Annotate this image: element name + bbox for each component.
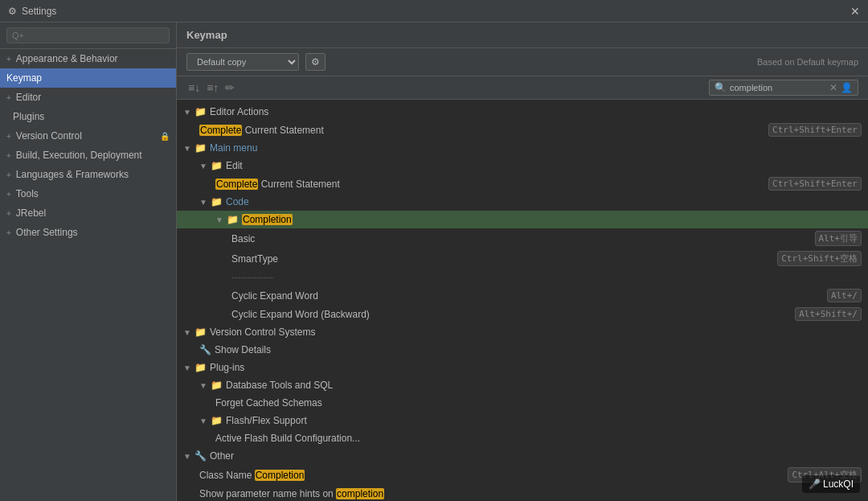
sidebar-item-languages[interactable]: + Languages & Frameworks	[0, 165, 176, 184]
folder-icon-edit: 📁	[211, 160, 223, 171]
search-person-button[interactable]: 👤	[841, 82, 853, 93]
folder-icon-plug-ins: 📁	[194, 362, 207, 373]
sidebar-item-keymap[interactable]: Keymap	[0, 68, 176, 88]
settings-icon: ⚙	[8, 6, 17, 17]
expand-icon: +	[6, 209, 11, 218]
tree-label-complete-1: Complete Current Statement	[199, 125, 768, 136]
tree-item-smarttype[interactable]: SmartType Ctrl+Shift+空格	[177, 248, 868, 269]
sidebar: + Appearance & Behavior Keymap + Editor …	[0, 23, 177, 501]
sidebar-item-label: Build, Execution, Deployment	[16, 150, 142, 161]
tree-label-other: Other	[210, 450, 862, 462]
tree-item-edit[interactable]: ▼ 📁 Edit	[177, 157, 868, 175]
expand-icon: +	[6, 132, 11, 141]
expand-icon: +	[6, 93, 11, 102]
keymap-select[interactable]: Default copy	[186, 53, 299, 71]
close-button[interactable]: ✕	[850, 5, 860, 18]
arrow-completion: ▼	[215, 216, 223, 224]
tree-label-edit: Edit	[226, 160, 862, 171]
watermark: 🎤 LuckQI	[802, 475, 860, 493]
sidebar-item-label: Languages & Frameworks	[16, 169, 129, 180]
sidebar-item-label: Plugins	[13, 111, 44, 122]
tree-item-basic[interactable]: Basic Alt+引导	[177, 228, 868, 248]
tree-label-database-tools: Database Tools and SQL	[226, 380, 862, 391]
highlight-class-completion: Completion	[255, 470, 305, 481]
sidebar-item-label: Appearance & Behavior	[16, 53, 118, 64]
arrow-vcs: ▼	[183, 328, 191, 337]
folder-icon-code: 📁	[211, 196, 223, 207]
tree-item-class-name-completion[interactable]: Class Name Completion Ctrl+Alt+空格	[177, 465, 868, 485]
tree-label-code: Code	[226, 196, 862, 207]
arrow-other: ▼	[183, 452, 191, 461]
expand-icon: +	[6, 151, 11, 160]
sidebar-search-box	[0, 23, 176, 49]
keymap-header: Keymap	[177, 23, 868, 48]
folder-icon-database-tools: 📁	[211, 380, 223, 391]
tree-item-editor-actions[interactable]: ▼ 📁 Editor Actions	[177, 103, 868, 121]
tree-item-database-tools[interactable]: ▼ 📁 Database Tools and SQL	[177, 376, 868, 394]
sidebar-item-plugins[interactable]: Plugins	[0, 107, 176, 126]
sidebar-item-label: JRebel	[16, 207, 46, 219]
sidebar-item-tools[interactable]: + Tools	[0, 184, 176, 203]
tree-item-complete-current-2[interactable]: Complete Current Statement Ctrl+Shift+En…	[177, 175, 868, 193]
folder-icon-flash-flex: 📁	[211, 415, 223, 426]
tree-item-plug-ins[interactable]: ▼ 📁 Plug-ins	[177, 359, 868, 376]
arrow-editor-actions: ▼	[183, 108, 191, 117]
sidebar-item-version-control[interactable]: + Version Control 🔒	[0, 126, 176, 146]
sidebar-item-label: Editor	[16, 92, 41, 103]
tree-item-cyclic-expand-backward[interactable]: Cyclic Expand Word (Backward) Alt+Shift+…	[177, 305, 868, 323]
folder-icon-other: 🔧	[194, 450, 207, 462]
tree-item-separator: -------------	[177, 269, 868, 286]
tree-item-code[interactable]: ▼ 📁 Code	[177, 193, 868, 211]
tree-label-cyclic-expand: Cyclic Expand Word	[231, 290, 827, 302]
expand-icon: +	[6, 170, 11, 179]
tree-label-completion: Completion	[242, 214, 862, 225]
filter-search-input[interactable]	[730, 83, 826, 92]
sidebar-item-other-settings[interactable]: + Other Settings	[0, 223, 176, 242]
tree-label-plug-ins: Plug-ins	[210, 362, 862, 373]
filter-search-box: 🔍 ✕ 👤	[709, 80, 858, 96]
tree-item-vcs[interactable]: ▼ 📁 Version Control Systems	[177, 323, 868, 341]
highlight-complete-2: Complete	[215, 179, 258, 190]
sidebar-item-build[interactable]: + Build, Execution, Deployment	[0, 146, 176, 165]
sidebar-item-editor[interactable]: + Editor	[0, 88, 176, 107]
filter-icons: ≡↓ ≡↑ ✏	[186, 80, 236, 96]
tree-label-cyclic-expand-backward: Cyclic Expand Word (Backward)	[231, 309, 795, 320]
shortcut-cyclic-expand: Alt+/	[827, 289, 862, 302]
expand-all-button[interactable]: ≡↓	[186, 80, 202, 96]
tree-item-complete-current-1[interactable]: Complete Current Statement Ctrl+Shift+En…	[177, 121, 868, 139]
sidebar-item-label: Version Control	[16, 130, 82, 142]
title-bar: ⚙ Settings ✕	[0, 0, 868, 23]
folder-icon-completion: 📁	[227, 214, 239, 225]
tree-item-flash-flex[interactable]: ▼ 📁 Flash/Flex Support	[177, 412, 868, 429]
tree-item-show-details[interactable]: 🔧 Show Details	[177, 341, 868, 359]
keymap-gear-button[interactable]: ⚙	[305, 53, 326, 71]
sidebar-item-label: Keymap	[6, 72, 42, 84]
tree-item-main-menu[interactable]: ▼ 📁 Main menu	[177, 139, 868, 157]
highlight-complete-1: Complete	[199, 125, 242, 136]
tree-label-vcs: Version Control Systems	[210, 326, 862, 338]
tree-item-active-flash[interactable]: Active Flash Build Configuration...	[177, 429, 868, 447]
edit-shortcut-button[interactable]: ✏	[223, 80, 236, 96]
sidebar-item-jrebel[interactable]: + JRebel	[0, 203, 176, 223]
tree-container[interactable]: ▼ 📁 Editor Actions Complete Current Stat…	[177, 100, 868, 501]
folder-icon: 📁	[194, 106, 207, 117]
arrow-flash-flex: ▼	[199, 417, 207, 425]
tree-item-other[interactable]: ▼ 🔧 Other	[177, 447, 868, 465]
tree-item-show-param-hints[interactable]: Show parameter name hints on completion	[177, 485, 868, 501]
folder-icon-vcs: 📁	[194, 326, 207, 338]
tree-label-separator: -------------	[231, 272, 862, 283]
tree-item-forget-cached[interactable]: Forget Cached Schemas	[177, 394, 868, 412]
sidebar-item-appearance[interactable]: + Appearance & Behavior	[0, 49, 176, 68]
sidebar-search-input[interactable]	[6, 27, 170, 43]
tree-label-active-flash: Active Flash Build Configuration...	[215, 433, 862, 444]
shortcut-complete-1: Ctrl+Shift+Enter	[768, 123, 862, 137]
collapse-all-button[interactable]: ≡↑	[205, 80, 220, 96]
clear-search-button[interactable]: ✕	[829, 82, 837, 93]
shortcut-basic: Alt+引导	[815, 231, 862, 246]
keymap-title: Keymap	[186, 29, 227, 41]
tree-item-cyclic-expand[interactable]: Cyclic Expand Word Alt+/	[177, 286, 868, 305]
show-details-icon: 🔧	[199, 344, 211, 355]
tree-item-completion-folder[interactable]: ▼ 📁 Completion	[177, 211, 868, 228]
filter-row: ≡↓ ≡↑ ✏ 🔍 ✕ 👤	[177, 76, 868, 100]
highlight-param-completion: completion	[336, 488, 384, 499]
